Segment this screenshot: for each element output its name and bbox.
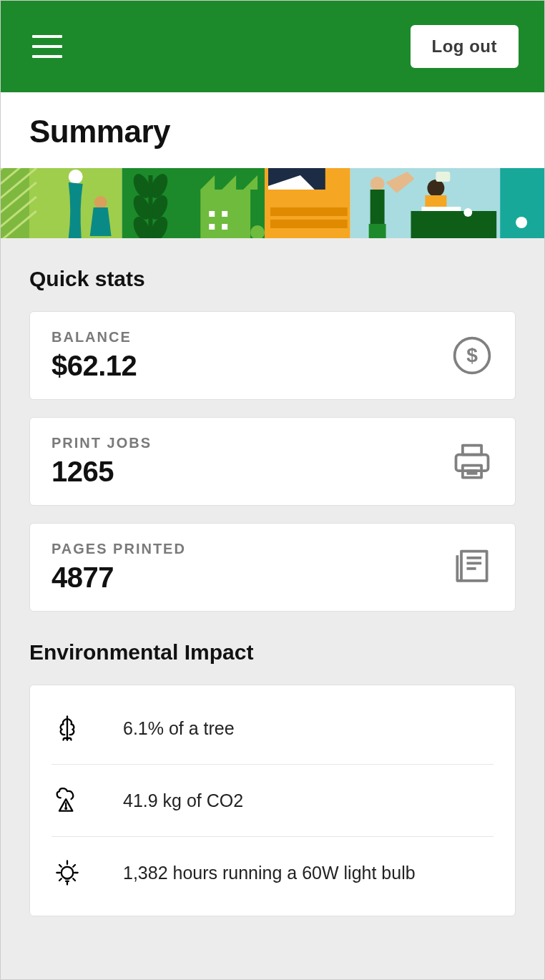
co2-icon <box>51 785 83 816</box>
svg-rect-27 <box>256 232 259 238</box>
svg-rect-19 <box>209 211 215 217</box>
svg-point-57 <box>65 808 67 809</box>
environmental-card: 6.1% of a tree 41.9 kg of CO2 <box>29 685 516 916</box>
app-screen: Log out Summary <box>0 0 545 980</box>
svg-point-43 <box>516 217 527 228</box>
svg-point-8 <box>69 170 83 184</box>
svg-rect-38 <box>411 211 496 238</box>
svg-point-58 <box>62 867 74 879</box>
svg-line-65 <box>59 865 62 867</box>
svg-rect-35 <box>369 224 386 238</box>
svg-rect-51 <box>461 552 487 581</box>
menu-icon[interactable] <box>32 35 62 58</box>
environmental-section: Environmental Impact 6.1% of a tree <box>29 640 516 916</box>
env-co2-row: 41.9 kg of CO2 <box>51 765 494 837</box>
balance-label: BALANCE <box>51 329 137 346</box>
svg-rect-34 <box>370 190 385 225</box>
svg-rect-41 <box>436 172 450 182</box>
svg-rect-22 <box>222 224 227 230</box>
env-co2-text: 41.9 kg of CO2 <box>123 790 243 811</box>
svg-point-9 <box>94 196 107 209</box>
svg-rect-47 <box>456 455 488 471</box>
app-header: Log out <box>1 1 544 92</box>
env-lightbulb-row: 1,382 hours running a 60W light bulb <box>51 837 494 908</box>
pages-printed-label: PAGES PRINTED <box>51 541 186 557</box>
lightbulb-icon <box>51 857 83 888</box>
svg-line-68 <box>73 865 75 867</box>
svg-rect-30 <box>270 207 348 216</box>
printer-icon <box>451 440 494 483</box>
svg-text:$: $ <box>466 344 478 366</box>
svg-rect-46 <box>463 446 481 455</box>
print-jobs-label: PRINT JOBS <box>51 435 152 451</box>
svg-rect-20 <box>222 211 227 217</box>
svg-rect-17 <box>148 175 152 238</box>
title-bar: Summary <box>1 92 544 168</box>
pages-printed-card: PAGES PRINTED 4877 <box>29 523 516 612</box>
quick-stats-title: Quick stats <box>29 267 516 291</box>
print-jobs-value: 1265 <box>51 456 152 488</box>
dollar-icon: $ <box>451 334 494 377</box>
print-jobs-card: PRINT JOBS 1265 <box>29 417 516 506</box>
content-area: Quick stats BALANCE $62.12 $ PRINT JOBS … <box>1 238 544 979</box>
svg-rect-39 <box>421 207 461 211</box>
svg-rect-21 <box>209 224 215 230</box>
environmental-title: Environmental Impact <box>29 640 516 665</box>
logout-button[interactable]: Log out <box>411 25 519 68</box>
svg-rect-31 <box>270 220 348 228</box>
decorative-banner <box>1 168 544 238</box>
pages-icon <box>451 546 494 589</box>
page-title: Summary <box>29 114 516 150</box>
balance-value: $62.12 <box>51 350 137 382</box>
env-tree-text: 6.1% of a tree <box>123 718 235 739</box>
svg-line-67 <box>59 878 62 881</box>
env-lightbulb-text: 1,382 hours running a 60W light bulb <box>123 863 416 883</box>
svg-line-66 <box>73 878 75 881</box>
env-tree-row: 6.1% of a tree <box>51 692 494 765</box>
tree-icon <box>51 712 83 744</box>
pages-printed-value: 4877 <box>51 562 186 594</box>
svg-point-33 <box>370 177 385 191</box>
svg-point-40 <box>463 208 472 217</box>
balance-card: BALANCE $62.12 $ <box>29 311 516 400</box>
svg-point-36 <box>427 180 444 197</box>
